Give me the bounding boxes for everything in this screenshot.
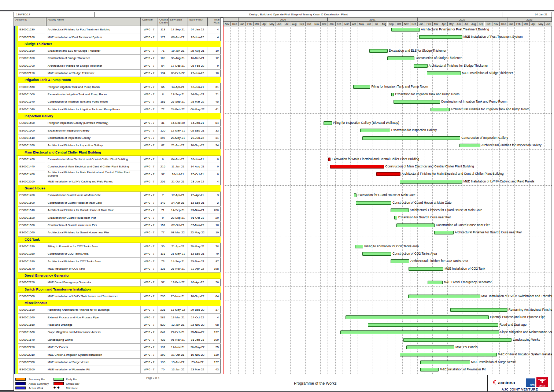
document-title: Programme of the Works <box>143 381 487 385</box>
cell-calendar: WP0 - 7 <box>141 178 158 185</box>
gantt-bar <box>391 259 409 263</box>
acciona-logo: acciona <box>498 380 515 385</box>
header-early-start: Early Start <box>168 17 188 26</box>
gantt-bar <box>376 172 401 176</box>
cell-total-float: 12 <box>207 55 221 62</box>
cell-activity-name: M&E Installation of HV/LV Switchroom and… <box>46 293 141 300</box>
gantt-bar-label: Construction of CO2 Tanks Area <box>392 252 437 256</box>
month-gridline <box>245 26 246 374</box>
cell-early-finish: 23-Apr-21 <box>188 192 207 199</box>
gantt-bar-label: Remaining Architectural Finishes for All… <box>509 308 552 312</box>
timeline-month: Sep <box>298 22 305 26</box>
cell-calendar: WP0 - 7 <box>141 366 158 373</box>
cell-activity-id: ES0001590 <box>18 119 46 126</box>
group-sightline <box>223 300 552 300</box>
cell-early-start: 30-Aug-21 <box>168 55 188 62</box>
timeline-month: Jul <box>283 22 290 26</box>
cell-activity-name: Excavation for Guard House near Pier <box>46 214 141 221</box>
month-gridline <box>537 26 537 374</box>
activity-row: ES0001610Construction of Inspection Gall… <box>18 134 221 142</box>
gantt-bar <box>427 71 461 75</box>
cell-early-finish: 23-May-22 <box>188 229 207 236</box>
cell-calendar: WP0 - 7 <box>141 351 158 358</box>
cell-original-duration: 70 <box>158 366 168 373</box>
month-gridline <box>440 26 440 374</box>
cell-calendar: WP0 - 7 <box>141 142 158 149</box>
cell-early-start: 14-Apr-21 <box>168 83 188 90</box>
gantt-bar-label: Excavation for Guard House near Pier <box>398 215 451 219</box>
cell-total-float: 79 <box>207 250 221 257</box>
cell-activity-id: ES0002170 <box>18 265 46 272</box>
cell-calendar: WP0 - 7 <box>141 293 158 300</box>
gantt-bar-label: M&E Installation of Flowmeter Pit <box>440 367 485 371</box>
cell-activity-name: M&E Installation of Post Treatment Syste… <box>46 33 141 40</box>
gantt-bar <box>414 64 427 68</box>
legend-label: Critical Bar <box>66 382 80 385</box>
cell-activity-id: ES0001500 <box>18 199 46 206</box>
cell-original-duration: 134 <box>158 70 168 77</box>
title-bar: 13/WSD/17 Design, Build and Operate Firs… <box>14 12 551 18</box>
timeline-month: Apr <box>261 22 268 26</box>
cscec-logo-mark <box>542 379 543 383</box>
timeline-month: May <box>537 22 544 26</box>
timeline-month: May <box>358 22 365 26</box>
cell-activity-name: Excavation for Guard House at Main Gate <box>46 192 141 199</box>
cell-early-start: 24-Apr-21 <box>168 199 188 206</box>
cell-activity-id: ES0001390 <box>18 258 46 265</box>
cell-activity-name: M&E Chiller & Irrigation System Installa… <box>46 351 141 358</box>
month-gridline <box>290 26 291 374</box>
cell-early-finish: 10-Sep-22 <box>188 293 207 300</box>
cell-calendar: WP0 - 7 <box>141 98 158 105</box>
cell-original-duration: 6 <box>158 156 168 163</box>
cell-calendar: WP0 - 7 <box>141 127 158 134</box>
month-gridline <box>432 26 433 374</box>
cell-early-finish: 18-Jun-21 <box>188 83 207 90</box>
gantt-bar <box>420 368 439 371</box>
gantt-bar-label: M&E Installation of CO2 Tank <box>444 267 485 271</box>
month-gridline <box>261 26 261 374</box>
cell-activity-id: ES0001610 <box>18 134 46 141</box>
month-gridline <box>268 26 268 374</box>
cell-activity-name: Architectural Finishes for CO2 Tanks Are… <box>46 258 141 265</box>
activity-row: ES0001650Road and DrainageWP0 - 753012-J… <box>18 321 221 329</box>
cell-original-duration: 73 <box>158 258 168 265</box>
timeline-month: Jan <box>328 22 335 26</box>
cell-early-finish: 08-Feb-22 <box>188 62 207 69</box>
cell-early-start: 16-Jul-21 <box>168 170 188 177</box>
cell-calendar: WP0 - 7 <box>141 62 158 69</box>
cell-activity-id: ES0001510 <box>18 207 46 214</box>
cell-calendar: WP0 - 7 <box>141 70 158 77</box>
cell-original-duration: 72 <box>158 106 168 113</box>
cell-total-float: 84 <box>207 119 221 126</box>
cell-activity-name: Construction of Guard House at Main Gate <box>46 199 141 206</box>
cell-early-start: 28-Sep-21 <box>168 214 188 221</box>
cell-early-finish: 20-May-21 <box>188 243 207 250</box>
gantt-bar <box>391 28 420 32</box>
activity-row: ES0001510Architectural Finishes for Guar… <box>18 207 221 214</box>
cell-activity-id: ES0001430 <box>18 156 46 163</box>
gantt-bar <box>346 315 489 319</box>
cell-early-start: 20-May-21 <box>168 134 188 141</box>
cell-early-finish: 23-Nov-22 <box>188 321 207 328</box>
gantt-chart-area: Architectural Finishes for Post Treatmen… <box>223 26 552 374</box>
activity-row: ES0001540Architectural Finishes for Guar… <box>18 229 221 236</box>
timeline-month: Mar <box>432 22 440 26</box>
cell-total-float: 98 <box>207 321 221 328</box>
gantt-bar-label: Construction of Guard House near Pier <box>436 223 490 227</box>
cell-total-float: 78 <box>207 243 221 250</box>
jec-logo: JEC <box>526 378 535 387</box>
cell-total-float: 34 <box>207 142 221 149</box>
group-row: Miscellaneous <box>16 300 221 306</box>
gantt-bar-label: Road and Drainage <box>499 323 527 327</box>
timeline-month: Sep <box>477 22 484 26</box>
activity-table-body: ES0001230Architectural Finishes for Post… <box>14 26 221 374</box>
legend-label: Milestone <box>66 387 78 390</box>
cell-activity-id: ES0001370 <box>18 243 46 250</box>
gantt-bar-label: Construction of Irrigation Tank and Pump… <box>441 100 507 104</box>
timeline-month: Apr <box>440 22 447 26</box>
cell-activity-name: M&E PV Panels <box>46 344 141 351</box>
cell-original-duration: 82 <box>158 142 168 149</box>
jec-logo-text: JEC <box>530 384 535 387</box>
activity-row: ES0001440Construction of Main Electrical… <box>18 163 221 170</box>
cell-activity-id: ES0001620 <box>18 142 46 149</box>
